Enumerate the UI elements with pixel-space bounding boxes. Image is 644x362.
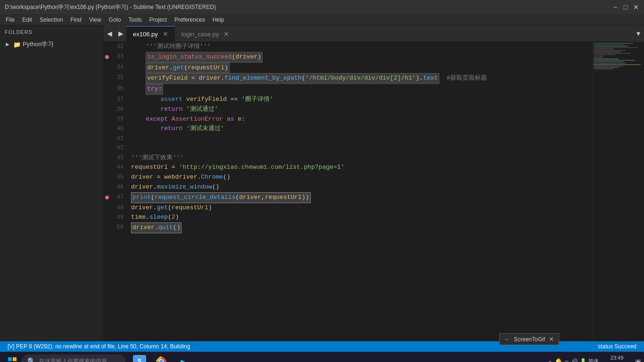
menu-edit[interactable]: Edit <box>18 16 36 24</box>
linenum-35: 35 <box>110 73 129 84</box>
screentogif-close-button[interactable]: ✕ <box>549 336 554 343</box>
code-line-43: 43 '''测试下效果''' <box>104 153 592 163</box>
minimap-line <box>594 64 641 65</box>
menu-selection[interactable]: Selection <box>36 16 66 24</box>
linenum-45: 45 <box>110 173 129 182</box>
code-table: 32 '''测试转圈子详情''' 33 is_login_status_succ… <box>104 42 592 233</box>
sidebar-folder-python[interactable]: ► 📁 Python学习 <box>0 39 103 50</box>
code-content-37: assert verifyField == '圈子详情' <box>129 95 592 105</box>
search-placeholder: 在这里输入你要搜索的内容 <box>39 357 107 362</box>
taskbar-app-chrome[interactable] <box>151 353 172 362</box>
code-content-43: '''测试下效果''' <box>129 153 592 163</box>
menu-preferences[interactable]: Preferences <box>171 16 209 24</box>
clock-time: 23:49 <box>605 354 628 361</box>
code-content-47: print(request_circle_details(driver,requ… <box>129 192 592 203</box>
tab-login-case[interactable]: login_case.py ✕ <box>175 26 236 41</box>
minimap-line <box>594 60 636 61</box>
linenum-48: 48 <box>110 203 129 213</box>
tab-login-case-close[interactable]: ✕ <box>223 30 230 38</box>
tray-icon-1[interactable]: 🔔 <box>554 358 562 362</box>
menu-file[interactable]: File <box>2 16 18 24</box>
gutter-37 <box>104 95 110 105</box>
minimap-line <box>594 67 619 68</box>
tray-ime-icon[interactable]: 简体 <box>588 358 599 362</box>
linenum-37: 37 <box>110 95 129 105</box>
breakpoint-33[interactable] <box>105 55 109 59</box>
editor-area: ◀ ▶ ex106.py ✕ login_case.py ✕ ▼ <box>104 25 644 341</box>
code-line-41: 41 <box>104 134 592 143</box>
code-line-38: 38 return '测试通过' <box>104 105 592 115</box>
gutter-50 <box>104 222 110 233</box>
gutter-48 <box>104 203 110 213</box>
minimize-button[interactable]: − <box>612 4 619 10</box>
tab-next-button[interactable]: ▶ <box>115 25 126 41</box>
tray-network-icon[interactable]: ≃ <box>564 358 569 362</box>
code-content-32: '''测试转圈子详情''' <box>129 42 592 52</box>
gutter-39 <box>104 115 110 124</box>
linenum-34: 34 <box>110 63 129 74</box>
title-bar: D:\workspace\Python学习\ex106.py (Python学习… <box>0 0 644 14</box>
menu-project[interactable]: Project <box>146 16 171 24</box>
menu-view[interactable]: View <box>85 16 105 24</box>
code-line-45: 45 driver = webdriver.Chrome() <box>104 173 592 182</box>
system-clock[interactable]: 23:49 2017/6/25 <box>602 354 632 362</box>
notification-icon[interactable]: ▣ <box>635 358 641 362</box>
taskbar-search-box[interactable]: 🔍 在这里输入你要搜索的内容 <box>22 354 125 362</box>
minimap-line <box>594 57 603 58</box>
status-succeed[interactable]: status Succeed <box>595 343 639 350</box>
minimap-line <box>594 54 616 55</box>
gutter-41 <box>104 134 110 143</box>
code-content-49: time.sleep(2) <box>129 213 592 222</box>
breakpoint-47[interactable] <box>105 196 109 199</box>
maximize-button[interactable]: □ <box>622 4 629 10</box>
tab-ex106-label: ex106.py <box>133 31 158 38</box>
minimap-line <box>594 50 626 51</box>
gutter-35 <box>104 73 110 84</box>
tray-volume-icon[interactable]: 🔊 <box>571 358 578 362</box>
tray-battery-icon[interactable]: 🔋 <box>580 358 586 362</box>
close-button[interactable]: ✕ <box>633 4 639 10</box>
taskbar-app-sublime[interactable]: S <box>129 353 150 362</box>
minimap-line <box>594 68 613 69</box>
taskbar-apps: S ▶ <box>129 353 193 362</box>
minimap-line <box>594 58 619 59</box>
gutter-46 <box>104 182 110 192</box>
gutter-40 <box>104 124 110 134</box>
show-hidden-icons[interactable]: ▲ <box>547 359 553 362</box>
window-title: D:\workspace\Python学习\ex106.py (Python学习… <box>5 3 216 11</box>
code-line-50: 50 driver.quit() <box>104 222 592 233</box>
gutter-43 <box>104 153 110 163</box>
sidebar: FOLDERS ► 📁 Python学习 <box>0 25 104 341</box>
taskbar: ← ScreenToGif ✕ 🔍 在这里输入你要搜索的内容 S <box>0 352 644 362</box>
linenum-33: 33 <box>110 52 129 63</box>
tab-ex106[interactable]: ex106.py ✕ <box>126 26 175 41</box>
linenum-39: 39 <box>110 115 129 124</box>
gutter-38 <box>104 105 110 115</box>
window-controls: − □ ✕ <box>612 4 639 10</box>
status-message[interactable]: [V] PEP 8 (W292): no newline at end of f… <box>5 343 193 350</box>
menu-tools[interactable]: Tools <box>125 16 146 24</box>
tab-dropdown-button[interactable]: ▼ <box>633 25 644 42</box>
code-line-32: 32 '''测试转圈子详情''' <box>104 42 592 52</box>
code-content-45: driver = webdriver.Chrome() <box>129 173 592 182</box>
menu-find[interactable]: Find <box>66 16 85 24</box>
code-line-39: 39 except AssertionError as e: <box>104 115 592 124</box>
menu-goto[interactable]: Goto <box>105 16 125 24</box>
linenum-50: 50 <box>110 222 129 233</box>
minimap-line <box>594 49 613 49</box>
tab-prev-button[interactable]: ◀ <box>104 25 115 41</box>
linenum-38: 38 <box>110 105 129 115</box>
tab-bar: ◀ ▶ ex106.py ✕ login_case.py ✕ ▼ <box>104 25 644 42</box>
linenum-42: 42 <box>110 143 129 153</box>
code-editor[interactable]: 32 '''测试转圈子详情''' 33 is_login_status_succ… <box>104 42 592 341</box>
folder-icon-img: 📁 <box>13 41 21 48</box>
tab-ex106-close[interactable]: ✕ <box>162 30 169 38</box>
start-button[interactable] <box>3 353 22 362</box>
linenum-46: 46 <box>110 182 129 192</box>
folder-label: Python学习 <box>23 40 54 49</box>
media-app-icon: ▶ <box>176 355 190 362</box>
taskbar-app-media[interactable]: ▶ <box>173 353 193 362</box>
code-line-36: 36 try: <box>104 84 592 95</box>
menu-help[interactable]: Help <box>209 16 228 24</box>
chrome-svg-icon <box>155 355 167 362</box>
